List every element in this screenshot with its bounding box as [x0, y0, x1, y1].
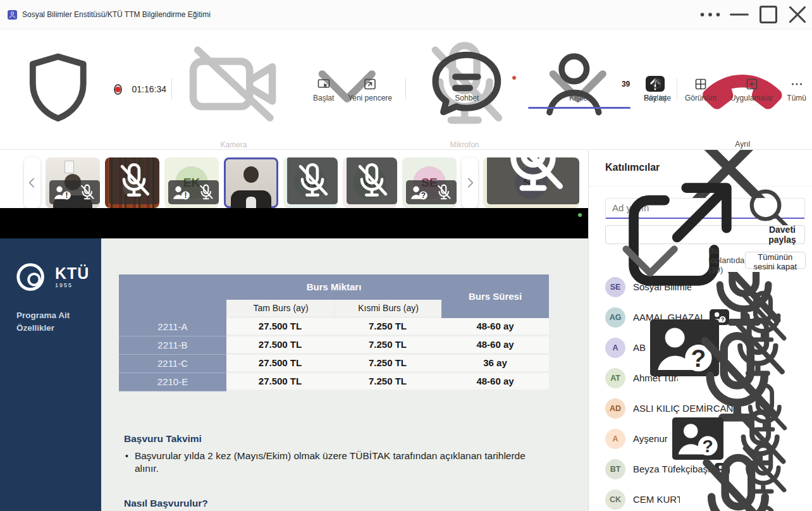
table-row-label: 2211-A [119, 318, 226, 336]
start-share-button[interactable]: Başlat [307, 71, 340, 107]
in-meeting-label: Bu toplantıda (39) [708, 246, 744, 274]
mic-off-icon[interactable] [734, 498, 797, 511]
window-maximize-button[interactable] [754, 0, 783, 29]
more-icon [789, 77, 804, 92]
new-window-icon [362, 77, 378, 92]
guest-badge-icon: ! [52, 184, 73, 200]
mic-off-icon [112, 158, 156, 202]
participant-name: Sosyal Bilimler Enstitüsü [633, 281, 691, 292]
avatar: AG [605, 307, 625, 328]
table-header-amount: Burs Miktarı [226, 274, 441, 300]
chevron-right-icon [462, 175, 478, 191]
window-close-button[interactable] [783, 0, 812, 29]
presence-dot [578, 213, 582, 217]
svg-text:!: ! [65, 191, 68, 200]
chat-icon [419, 77, 515, 92]
avatar: CK [605, 489, 625, 510]
table-subheader: Tam Burs (ay) [226, 300, 334, 318]
table-cell: 48-60 ay [441, 318, 549, 336]
filmstrip-prev-button[interactable] [24, 157, 40, 208]
view-icon [693, 77, 708, 92]
chevron-left-icon [24, 175, 40, 191]
window-title: Sosyal Bilimler Enstitüsü/KTÜ TTM Bilgil… [22, 10, 211, 19]
teams-logo-icon [8, 10, 17, 20]
active-speaker-tile[interactable] [224, 157, 278, 208]
participant-name: ASLI KILIÇ DEMİRCAN! [633, 403, 733, 414]
avatar: A [605, 338, 625, 358]
slide-bullet: • Başvurular yılda 2 kez (Mayıs/Ekim) ol… [125, 450, 543, 476]
table-corner-cell [119, 274, 226, 318]
camera-off-icon [180, 30, 288, 139]
guest-badge-icon: ? [409, 184, 429, 200]
avatar-tile[interactable]: MY [343, 157, 397, 208]
avatar-tile[interactable]: EK ! [164, 157, 219, 208]
avatar-tile[interactable]: SE ? [402, 157, 457, 208]
raise-hand-icon [650, 77, 665, 92]
mic-off-icon [196, 182, 216, 202]
table-header-duration: Burs Süresi [441, 274, 549, 318]
view-button[interactable]: Görünüm [679, 71, 722, 107]
slide-sidebar: KTÜ 1955 Programa Ait Özellikler [0, 238, 101, 511]
avatar-tile[interactable]: HC [283, 157, 338, 208]
participants-panel: Katılımcılar Daveti paylaş Bu toplantıda… [588, 150, 812, 511]
people-count: 39 [622, 80, 630, 89]
table-cell: 36 ay [441, 355, 549, 373]
guest-badge-icon: ! [171, 184, 192, 200]
record-icon [114, 84, 122, 95]
table-row-label: 2211-C [119, 355, 226, 373]
mic-off-icon [490, 157, 576, 202]
meeting-toolbar: 01:16:34 Başlat Yeni pencere Sohbet 39 K… [0, 30, 812, 150]
svg-text:?: ? [421, 191, 426, 200]
mic-off-icon [434, 182, 454, 202]
raise-hand-button[interactable]: Söz iste [638, 71, 677, 107]
table-cell: 7.250 TL [334, 373, 441, 391]
table-cell: 27.500 TL [226, 355, 334, 373]
video-tile[interactable] [105, 157, 159, 208]
slide-section-title: Programa Ait Özellikler [16, 309, 87, 336]
teams-meeting-window: Sosyal Bilimler Enstitüsü/KTÜ TTM Bilgil… [0, 0, 812, 511]
window-minimize-button[interactable] [725, 0, 754, 29]
presentation-slide: KTÜ 1955 Programa Ait Özellikler Burs Mi… [0, 238, 588, 511]
stage-top-bar [0, 208, 588, 238]
apps-icon [744, 77, 760, 92]
shared-screen-stage: KTÜ 1955 Programa Ait Özellikler Burs Mi… [0, 208, 588, 511]
avatar-tile[interactable]: SE [483, 157, 579, 208]
table-cell: 48-60 ay [441, 373, 549, 391]
window-more-button[interactable] [696, 0, 725, 29]
people-active-indicator [528, 107, 631, 109]
table-cell: 7.250 TL [334, 336, 441, 355]
toolbar-divider [171, 78, 172, 100]
table-subheader: Kısmi Burs (ay) [334, 300, 441, 318]
title-bar: Sosyal Bilimler Enstitüsü/KTÜ TTM Bilgil… [0, 0, 812, 30]
table-row-label: 2211-B [119, 336, 226, 355]
ktu-logo: KTÜ 1955 [14, 259, 89, 295]
chat-notification-dot [512, 75, 517, 80]
table-cell: 7.250 TL [334, 318, 441, 336]
table-cell: 7.250 TL [334, 355, 441, 373]
new-window-button[interactable]: Yeni pencere [342, 71, 398, 107]
participant-name: Ahmet Turanoğlu [633, 372, 678, 383]
table-cell: 27.500 TL [226, 373, 334, 391]
filmstrip-next-button[interactable] [462, 157, 478, 208]
table-cell: 48-60 ay [441, 336, 549, 355]
mic-off-icon [290, 158, 335, 202]
meeting-timer: 01:16:34 [132, 84, 167, 94]
chat-button[interactable]: Sohbet [413, 71, 520, 107]
people-button[interactable]: 39 Kişiler [523, 71, 636, 107]
people-icon: 39 [529, 77, 630, 92]
table-cell: 27.500 TL [226, 318, 334, 336]
avatar: BT [605, 459, 625, 479]
toolbar-divider [405, 78, 406, 100]
participant-name: CEM KURTOĞLU [633, 494, 680, 505]
video-tile[interactable]: ! [46, 157, 100, 208]
more-button[interactable]: Tümü [781, 71, 812, 107]
apps-button[interactable]: Uygulamalar [725, 71, 778, 107]
slide-heading: Nasıl Başvurulur? [124, 498, 208, 509]
participant-list: SESosyal Bilimler Enstitüsü AGAAMAL GHAZ… [589, 272, 812, 511]
mute-all-button[interactable]: Tümünün sesini kapat [745, 252, 806, 269]
video-filmstrip: ! EK ! HC MY [0, 150, 588, 208]
avatar: AT [605, 368, 625, 388]
scholarship-table: Burs Miktarı Burs Süresi Tam Burs (ay) K… [119, 274, 549, 391]
camera-button[interactable]: Kamera [177, 30, 291, 149]
table-row-label: 2210-E [119, 373, 226, 391]
